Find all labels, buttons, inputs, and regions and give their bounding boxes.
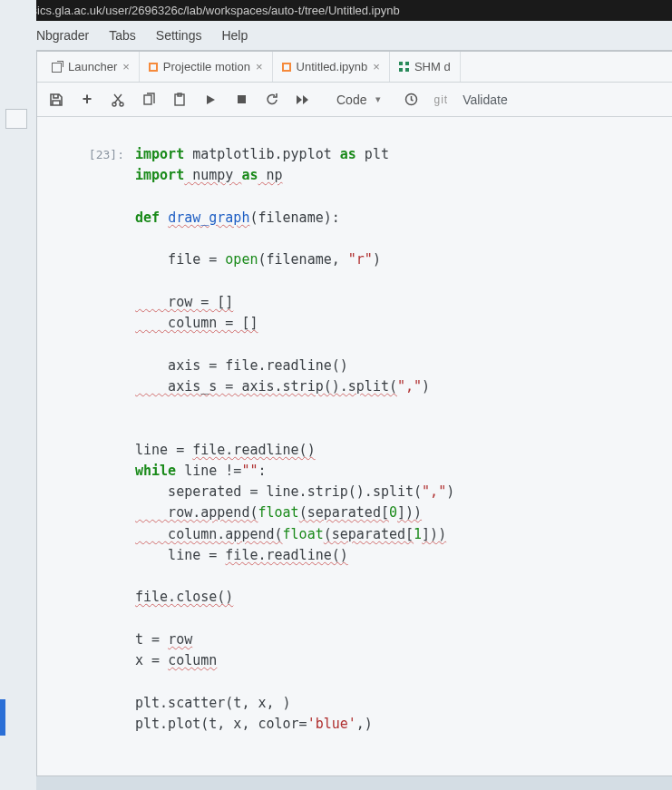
left-sidebar: [0, 0, 36, 790]
notebook-body[interactable]: [23]: import matplotlib.pyplot as plt im…: [37, 117, 672, 744]
validate-button[interactable]: Validate: [463, 93, 508, 107]
tab-untitled[interactable]: Untitled.ipynb ×: [273, 52, 390, 82]
close-icon[interactable]: ×: [122, 60, 130, 73]
tab-label: Projectile motion: [163, 60, 250, 73]
svg-rect-2: [144, 95, 151, 104]
copy-button[interactable]: [141, 93, 157, 107]
notebook-icon: [149, 63, 158, 72]
close-icon[interactable]: ×: [373, 60, 380, 73]
svg-point-1: [120, 102, 123, 106]
cell-prompt: [23]:: [83, 144, 135, 735]
chevron-down-icon: ▾: [375, 93, 381, 105]
stop-button[interactable]: [233, 94, 249, 104]
menu-help[interactable]: Help: [221, 28, 248, 43]
tab-label: Untitled.ipynb: [297, 60, 368, 73]
app-menubar: Git Nbgrader Tabs Settings Help: [0, 21, 672, 51]
menu-settings[interactable]: Settings: [156, 28, 202, 43]
save-button[interactable]: [48, 93, 64, 107]
kernel-status-icon[interactable]: [403, 93, 419, 106]
tab-label: Launcher: [68, 60, 117, 73]
menu-nbgrader[interactable]: Nbgrader: [36, 28, 89, 43]
cell-type-label: Code: [336, 93, 366, 107]
git-icon[interactable]: git: [433, 93, 448, 106]
restart-button[interactable]: [264, 93, 280, 106]
svg-rect-5: [238, 95, 246, 103]
code-editor[interactable]: import matplotlib.pyplot as plt import n…: [135, 144, 454, 735]
browser-url-bar: .physics.gla.ac.uk/user/2696326c/lab/wor…: [0, 0, 672, 21]
sidebar-slot[interactable]: [5, 109, 27, 129]
svg-point-0: [112, 102, 116, 106]
spreadsheet-icon: [399, 62, 409, 72]
tab-projectile-motion[interactable]: Projectile motion ×: [140, 52, 273, 82]
tab-shm[interactable]: SHM d: [390, 52, 461, 82]
paste-button[interactable]: [171, 93, 188, 107]
document-tabbar: Launcher × Projectile motion × Untitled.…: [37, 52, 672, 83]
sidebar-active-indicator: [0, 699, 5, 736]
code-cell[interactable]: [23]: import matplotlib.pyplot as plt im…: [83, 144, 663, 735]
launcher-icon: [52, 62, 63, 73]
notebook-icon: [282, 63, 291, 72]
menu-tabs[interactable]: Tabs: [109, 28, 136, 43]
close-icon[interactable]: ×: [256, 60, 263, 73]
tab-label: SHM d: [414, 60, 451, 73]
main-panel: Launcher × Projectile motion × Untitled.…: [36, 51, 672, 776]
notebook-toolbar: + Code ▾ git Validate: [37, 83, 672, 117]
run-button[interactable]: [202, 94, 219, 105]
cell-type-dropdown[interactable]: Code ▾: [326, 91, 388, 109]
tab-launcher[interactable]: Launcher ×: [43, 52, 140, 82]
cut-button[interactable]: [110, 93, 126, 107]
add-cell-button[interactable]: +: [79, 90, 95, 109]
fast-forward-button[interactable]: [295, 94, 311, 105]
